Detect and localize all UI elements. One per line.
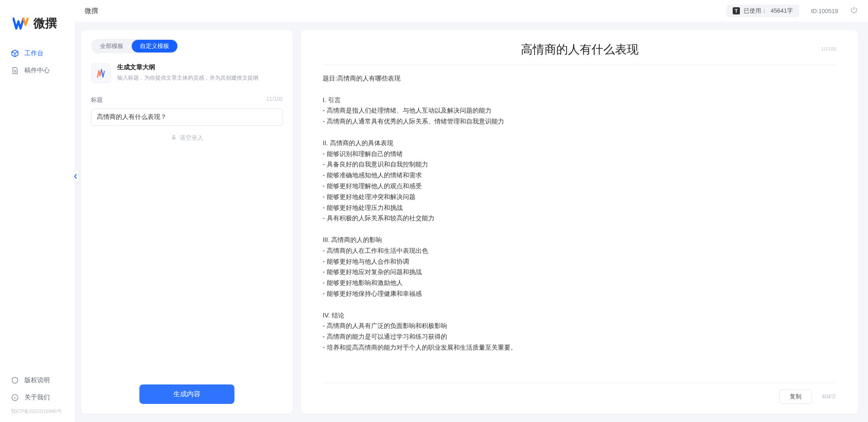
template-desc: 输入标题，为你提供文章主体的灵感，并为其创建推文提纲 (117, 74, 258, 82)
sidebar-item-drafts[interactable]: 稿件中心 (4, 62, 71, 79)
info-icon (11, 394, 19, 402)
generate-button[interactable]: 生成内容 (139, 384, 234, 404)
page-title: 微撰 (85, 7, 98, 15)
title-counter: 10/100 (821, 46, 836, 52)
sidebar-item-workbench[interactable]: 工作台 (4, 45, 71, 62)
usage-prefix: 已使用： (744, 7, 767, 15)
shield-icon (11, 376, 19, 384)
tab-custom-templates[interactable]: 自定义模板 (132, 40, 177, 52)
sidebar-item-label: 工作台 (24, 49, 43, 57)
sidebar-item-about[interactable]: 关于我们 (4, 389, 71, 406)
user-id: ID:100519 (811, 8, 838, 14)
document-icon (11, 66, 19, 75)
template-title: 生成文章大纲 (117, 63, 258, 71)
output-body[interactable]: 题目:高情商的人有哪些表现 I. 引言 - 高情商是指人们处理情绪、与他人互动以… (323, 73, 836, 377)
tab-all-templates[interactable]: 全部模板 (92, 40, 132, 52)
output-panel: 高情商的人有什么表现 10/100 题目:高情商的人有哪些表现 I. 引言 - … (301, 30, 858, 414)
sidebar: 微撰 工作台 稿件中心 版权说明 (0, 0, 75, 422)
divider (323, 65, 836, 65)
output-title: 高情商的人有什么表现 (323, 42, 836, 57)
sidebar-bottom: 版权说明 关于我们 鄂ICP备2022016946号 (0, 372, 75, 417)
title-input[interactable] (91, 109, 283, 126)
sidebar-item-label: 版权说明 (24, 376, 50, 384)
sidebar-item-label: 关于我们 (24, 394, 50, 402)
logo-text: 微撰 (33, 15, 57, 31)
template-thumb-icon (91, 63, 111, 83)
power-icon[interactable] (850, 6, 858, 16)
template-card[interactable]: 生成文章大纲 输入标题，为你提供文章主体的灵感，并为其创建推文提纲 (91, 63, 283, 83)
sidebar-collapse-handle[interactable] (72, 167, 79, 185)
mic-icon (171, 134, 177, 142)
logo-icon (13, 17, 30, 30)
sidebar-nav: 工作台 稿件中心 (0, 45, 75, 372)
topbar: 微撰 T 已使用： 45641字 ID:100519 (75, 0, 868, 22)
field-label: 标题 (91, 96, 103, 104)
copy-button[interactable]: 复制 (779, 389, 812, 404)
template-tabs: 全部模板 自定义模板 (91, 39, 178, 53)
text-count-icon: T (733, 7, 740, 14)
voice-input-button[interactable]: 请空录入 (91, 134, 283, 142)
sidebar-item-copyright[interactable]: 版权说明 (4, 372, 71, 389)
svg-rect-1 (173, 135, 175, 138)
input-panel: 全部模板 自定义模板 生成文章大纲 输入标题，为你提供文章主体的灵感，并为其创建… (81, 30, 293, 414)
voice-label: 请空录入 (180, 134, 203, 142)
icp-text: 鄂ICP备2022016946号 (4, 406, 71, 415)
word-count: 404字 (822, 393, 836, 401)
char-counter: 11/100 (266, 96, 283, 104)
cube-icon (11, 49, 19, 57)
logo[interactable]: 微撰 (0, 9, 75, 45)
sidebar-item-label: 稿件中心 (24, 66, 50, 75)
usage-chip[interactable]: T 已使用： 45641字 (726, 5, 799, 17)
usage-value: 45641字 (771, 7, 793, 15)
